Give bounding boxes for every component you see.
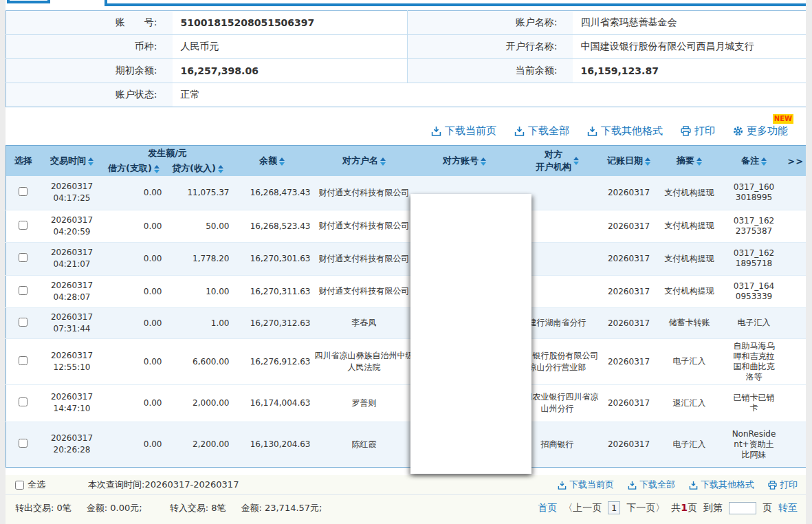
table-header: 选择 交易时间 发生额/元 余额 对方户名 对方账号 对方 开户机构 记账日期 … bbox=[6, 146, 806, 177]
cell-debit: 0.00 bbox=[104, 275, 164, 307]
cell-remark: 电子汇入 bbox=[723, 307, 786, 338]
cell-debit: 0.00 bbox=[104, 242, 164, 275]
cell-book-date: 20260317 bbox=[602, 242, 657, 275]
col-counterparty-account[interactable]: 对方账号 bbox=[416, 146, 514, 177]
redaction-overlay bbox=[410, 194, 531, 474]
cell-balance: 16,270,311.63 bbox=[232, 275, 313, 307]
table-row: 2026031704:20:59 0.00 50.00 16,268,523.4… bbox=[6, 210, 806, 242]
next-page-link[interactable]: 下一页〉 bbox=[626, 502, 665, 514]
cell-balance: 16,268,473.43 bbox=[232, 176, 313, 210]
row-checkbox[interactable] bbox=[19, 397, 28, 406]
print-link[interactable]: 打印 bbox=[768, 479, 798, 491]
sort-icon[interactable] bbox=[88, 157, 94, 166]
download-icon bbox=[628, 481, 637, 490]
download-current-page-link[interactable]: 下载当前页 bbox=[558, 479, 614, 491]
page: 账 号: 51001815208051506397 账户名称: 四川省索玛慈善基… bbox=[0, 0, 812, 524]
row-checkbox[interactable] bbox=[19, 187, 28, 196]
print-link[interactable]: 打印 bbox=[681, 124, 715, 138]
cell-summary: 储蓄卡转账 bbox=[657, 307, 723, 338]
col-remark[interactable]: 备注 bbox=[723, 146, 786, 177]
current-page-box[interactable]: 1 bbox=[608, 501, 620, 514]
outgoing-count: 转出交易: 0笔 bbox=[15, 502, 72, 514]
download-current-page-label: 下载当前页 bbox=[445, 124, 496, 138]
goto-label: 到第 bbox=[703, 502, 723, 514]
cell-debit: 0.00 bbox=[104, 307, 164, 338]
content-area: 账 号: 51001815208051506397 账户名称: 四川省索玛慈善基… bbox=[6, 0, 806, 524]
table-row: 2026031712:55:10 0.00 6,600.00 16,276,91… bbox=[6, 338, 806, 384]
table-row: 2026031707:31:44 0.00 1.00 16,270,312.63… bbox=[6, 307, 806, 338]
currency-value: 人民币元 bbox=[173, 35, 408, 59]
cell-time: 2026031704:17:25 bbox=[41, 176, 104, 210]
row-checkbox[interactable] bbox=[19, 221, 28, 230]
new-badge: NEW bbox=[773, 114, 793, 124]
cell-counterparty: 四川省凉山彝族自治州中级人民法院 bbox=[313, 338, 416, 384]
sort-icon[interactable] bbox=[279, 157, 285, 166]
printer-icon bbox=[768, 481, 777, 490]
cell-credit: 50.00 bbox=[164, 210, 232, 242]
col-balance[interactable]: 余额 bbox=[232, 146, 313, 177]
download-all-link[interactable]: 下载全部 bbox=[514, 124, 569, 138]
col-counterparty-name[interactable]: 对方户名 bbox=[313, 146, 416, 177]
cell-credit: 2,000.00 bbox=[164, 384, 232, 422]
sort-icon[interactable] bbox=[380, 157, 386, 166]
prev-page-link[interactable]: 〈上一页 bbox=[563, 502, 602, 514]
col-select: 选择 bbox=[6, 146, 41, 177]
cell-time: 2026031707:31:44 bbox=[41, 307, 104, 338]
col-debit[interactable]: 借方(支取) bbox=[104, 161, 164, 176]
opening-balance-value: 16,257,398.06 bbox=[173, 59, 408, 83]
sort-icon[interactable] bbox=[481, 157, 486, 166]
sort-icon[interactable] bbox=[761, 157, 767, 166]
cell-credit: 1.00 bbox=[164, 307, 232, 338]
more-functions-label: 更多功能 bbox=[747, 124, 788, 138]
currency-label: 币种: bbox=[6, 35, 173, 59]
status-label: 账户状态: bbox=[6, 83, 173, 107]
download-other-format-link[interactable]: 下载其他格式 bbox=[587, 124, 663, 138]
col-book-date[interactable]: 记账日期 bbox=[602, 146, 657, 177]
row-checkbox[interactable] bbox=[19, 286, 28, 295]
goto-page-input[interactable] bbox=[729, 502, 756, 514]
cell-summary: 退汇汇入 bbox=[657, 384, 723, 422]
col-credit[interactable]: 贷方(收入) bbox=[164, 161, 232, 176]
footer: 全选 本次查询时间:20260317-20260317 下载当前页 下载全部 下… bbox=[6, 475, 806, 524]
col-transaction-time[interactable]: 交易时间 bbox=[41, 146, 104, 177]
row-checkbox[interactable] bbox=[19, 253, 28, 262]
sort-icon[interactable] bbox=[696, 157, 702, 166]
col-counterparty-bank[interactable]: 对方 开户机构 bbox=[514, 146, 602, 177]
cell-remark: NonResident+资助土比阿妹 bbox=[723, 422, 786, 467]
sort-icon[interactable] bbox=[645, 157, 650, 166]
cell-credit: 11,075.37 bbox=[164, 176, 232, 210]
cell-counterparty: 财付通支付科技有限公司 bbox=[313, 275, 416, 307]
total-pages: 共1页 bbox=[671, 502, 697, 514]
cell-balance: 16,276,912.63 bbox=[232, 338, 313, 384]
row-checkbox[interactable] bbox=[19, 318, 28, 327]
sort-icon[interactable] bbox=[218, 165, 223, 173]
table-row: 2026031704:28:07 0.00 10.00 16,270,311.6… bbox=[6, 275, 806, 307]
download-icon bbox=[587, 126, 597, 136]
tab-partial-left[interactable] bbox=[7, 0, 50, 3]
cell-debit: 0.00 bbox=[104, 338, 164, 384]
table-row: 2026031714:47:10 0.00 2,000.00 16,174,00… bbox=[6, 384, 806, 422]
cell-remark: 0317_1640953339 bbox=[723, 275, 786, 307]
cell-credit: 10.00 bbox=[164, 275, 232, 307]
download-all-link[interactable]: 下载全部 bbox=[628, 479, 675, 491]
cell-counterparty: 财付通支付科技有限公司 bbox=[313, 242, 416, 275]
first-page-link[interactable]: 首页 bbox=[538, 502, 557, 514]
row-checkbox[interactable] bbox=[19, 356, 28, 365]
expand-columns-link[interactable]: >> bbox=[786, 146, 806, 177]
download-other-format-link[interactable]: 下载其他格式 bbox=[689, 479, 754, 491]
gear-icon bbox=[733, 126, 743, 136]
cell-summary: 电子汇入 bbox=[657, 338, 723, 384]
sort-icon[interactable] bbox=[573, 157, 579, 165]
status-value: 正常 bbox=[173, 83, 408, 107]
sort-icon[interactable] bbox=[154, 165, 160, 173]
col-summary[interactable]: 摘要 bbox=[657, 146, 723, 177]
cell-remark: 已销卡已销卡 bbox=[723, 384, 786, 422]
row-checkbox[interactable] bbox=[19, 439, 28, 448]
select-all-checkbox[interactable] bbox=[15, 481, 24, 490]
incoming-count: 转入交易: 8笔 bbox=[170, 502, 226, 514]
goto-button[interactable]: 转至 bbox=[778, 502, 798, 514]
download-current-page-link[interactable]: 下载当前页 bbox=[431, 124, 496, 138]
more-functions-link[interactable]: NEW 更多功能 bbox=[733, 124, 788, 138]
footer-row-2: 转出交易: 0笔 金额: 0.00元; 转入交易: 8笔 金额: 23,714.… bbox=[6, 495, 806, 523]
info-row: 币种: 人民币元 开户行名称: 中国建设银行股份有限公司西昌月城支行 bbox=[6, 35, 806, 59]
